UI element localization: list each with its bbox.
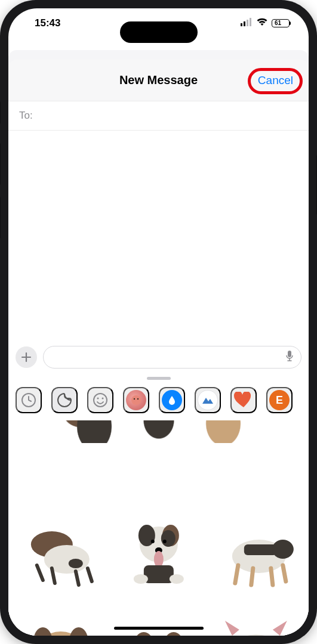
svg-point-9 — [131, 395, 141, 405]
app-emoji[interactable] — [87, 387, 113, 413]
svg-point-34 — [162, 632, 184, 636]
message-thread — [8, 131, 309, 340]
svg-point-7 — [97, 398, 99, 400]
svg-point-6 — [94, 394, 107, 407]
app-drawer: E — [8, 374, 309, 420]
app-etsy[interactable]: E — [266, 387, 293, 413]
sticker-dogs-playing[interactable] — [14, 509, 107, 592]
svg-point-11 — [137, 398, 139, 400]
svg-rect-0 — [241, 23, 242, 26]
svg-point-22 — [153, 551, 163, 568]
home-indicator[interactable] — [114, 627, 204, 630]
memoji-icon — [126, 390, 146, 410]
wifi-icon — [256, 17, 268, 29]
sticker-peek-3[interactable] — [193, 420, 253, 443]
sticker-dog-tongue[interactable] — [112, 509, 205, 592]
svg-rect-3 — [250, 18, 251, 26]
smiley-icon — [92, 392, 109, 408]
dogs-playing-icon — [14, 509, 107, 592]
svg-point-8 — [102, 398, 104, 400]
battery-icon: 61 — [272, 19, 290, 27]
clock-icon — [20, 392, 37, 408]
dog-back-icon — [112, 597, 205, 636]
screen: 15:43 61 New Message Cancel — [8, 8, 309, 636]
dog-side-icon — [210, 509, 303, 592]
svg-rect-27 — [244, 544, 277, 555]
modal-sheet: New Message Cancel To: — [8, 50, 309, 636]
drawer-grabber[interactable] — [147, 377, 171, 380]
compose-card: New Message Cancel To: — [8, 60, 309, 636]
cancel-button[interactable]: Cancel — [252, 70, 299, 91]
svg-point-24 — [133, 574, 147, 584]
to-label: To: — [19, 110, 33, 121]
message-input[interactable] — [43, 346, 301, 369]
svg-point-28 — [272, 540, 294, 559]
message-composer — [8, 340, 309, 374]
svg-point-31 — [69, 627, 88, 636]
status-time: 15:43 — [35, 17, 60, 29]
sticker-peek-2[interactable] — [129, 420, 189, 443]
battery-level: 61 — [275, 20, 281, 26]
app-hydrate[interactable] — [159, 387, 185, 413]
svg-point-36 — [227, 634, 285, 636]
sticker-dog-crop-2[interactable] — [112, 597, 205, 636]
svg-point-14 — [69, 559, 83, 568]
svg-point-30 — [33, 627, 53, 636]
svg-point-33 — [133, 632, 154, 636]
svg-rect-1 — [244, 21, 245, 26]
volume-up — [0, 143, 1, 185]
heart-icon — [233, 392, 254, 408]
drop-icon — [162, 390, 182, 410]
dog-tongue-icon — [112, 509, 205, 592]
app-heart[interactable] — [230, 387, 257, 413]
volume-down — [0, 197, 1, 239]
svg-point-19 — [150, 540, 154, 543]
to-row[interactable]: To: — [8, 101, 309, 131]
app-stickers[interactable] — [51, 387, 78, 413]
sticker-peel-icon — [56, 392, 73, 408]
stickers-row-peek — [14, 420, 303, 443]
dynamic-island — [120, 21, 198, 43]
phone-frame: 15:43 61 New Message Cancel — [0, 0, 317, 644]
page-title: New Message — [119, 73, 198, 87]
svg-point-18 — [161, 530, 175, 547]
stickers-grid — [8, 420, 309, 636]
svg-rect-23 — [143, 565, 173, 583]
svg-point-20 — [162, 540, 166, 543]
mountain-icon — [198, 390, 218, 410]
sticker-dog-side[interactable] — [210, 509, 303, 592]
dog-head-icon — [14, 597, 107, 636]
plus-icon — [21, 352, 32, 363]
add-button[interactable] — [16, 346, 37, 368]
dog-teeth-icon — [210, 597, 303, 636]
svg-point-10 — [134, 398, 135, 400]
svg-rect-4 — [288, 351, 291, 357]
sticker-dog-crop-3[interactable] — [210, 597, 303, 636]
mic-icon[interactable] — [285, 350, 294, 364]
silence-switch — [0, 101, 1, 124]
app-memoji[interactable] — [123, 387, 149, 413]
etsy-icon: E — [269, 390, 290, 410]
svg-point-25 — [169, 574, 183, 584]
svg-rect-2 — [247, 20, 248, 26]
sticker-dog-crop-1[interactable] — [14, 597, 107, 636]
card-header: New Message Cancel — [8, 60, 309, 101]
sticker-peek-1[interactable] — [64, 420, 124, 443]
cellular-signal-icon — [241, 17, 253, 29]
app-recents[interactable] — [16, 387, 42, 413]
app-mountain[interactable] — [195, 387, 221, 413]
